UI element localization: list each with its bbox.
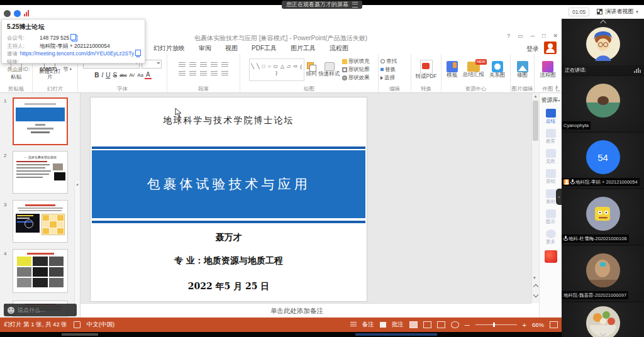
participant-tile[interactable]: 地科-杜雪梅-202021000106 — [562, 189, 644, 245]
zoom-slider[interactable] — [475, 324, 517, 325]
shadow-button[interactable]: abc — [118, 73, 128, 77]
chat-input-pill[interactable]: 说点什么... — [4, 304, 77, 316]
new-badge: NEW — [475, 59, 487, 65]
columns-icon[interactable] — [221, 71, 228, 77]
align-left-icon[interactable] — [179, 71, 186, 77]
participant-tile[interactable]: 54 地科院-李娟 + 202121000054 — [562, 133, 644, 188]
bullets-icon[interactable] — [179, 62, 186, 68]
emoji-icon[interactable] — [8, 307, 14, 314]
slideshow-view-icon[interactable] — [451, 321, 459, 328]
login-button[interactable]: 登录 — [526, 45, 539, 53]
gift-icon[interactable] — [545, 250, 557, 263]
tab-review[interactable]: 审阅 — [199, 44, 211, 54]
prev-slide-icon[interactable] — [533, 284, 538, 289]
resource-panel-header[interactable]: 资源库▾ — [540, 96, 562, 104]
view-mode-caret-icon[interactable]: ▾ — [636, 9, 638, 14]
resource-item-diagram[interactable]: 图示 — [540, 209, 562, 225]
group-label: 剪贴板 — [0, 85, 32, 92]
zoom-level[interactable]: 66% — [532, 321, 544, 328]
resource-item-summary[interactable]: 总结 — [540, 109, 562, 124]
slide-thumbnail-2[interactable]: 一 流体包裹体理论基础 — [13, 151, 68, 194]
network-signal-icon[interactable] — [24, 10, 30, 16]
maximize-icon[interactable]: □ — [542, 33, 545, 39]
invite-link-value[interactable]: https://meeting.tencent.com/dm/YEU0EyLz2… — [20, 50, 134, 65]
slide-thumbnail-1[interactable] — [13, 97, 68, 145]
align-center-icon[interactable] — [189, 71, 196, 77]
resource-item-more[interactable]: 更多 — [540, 229, 562, 245]
participant-tile[interactable]: Cyanophyta — [562, 76, 644, 131]
current-slide[interactable]: 地球科学与技术学院博士论坛 包裹体试验技术与应用 聂万才 专 业：地质资源与地质… — [90, 97, 367, 302]
comments-toggle-icon[interactable] — [380, 322, 386, 328]
screen-root: 您正在观看聂万才的屏幕 包裹体实验技术与应用 [兼容模式] - PowerPoi… — [0, 0, 644, 337]
quick-styles-button[interactable]: 快速样式 — [319, 62, 340, 77]
to-pdf-button[interactable]: 转成PDF — [416, 60, 437, 79]
summary-report-button[interactable]: NEW 总结汇报 — [463, 62, 484, 77]
char-spacing-button[interactable]: AV — [128, 73, 136, 77]
zoom-slider-thumb[interactable] — [493, 323, 495, 327]
select-button[interactable]: 选择 — [380, 74, 395, 81]
justify-icon[interactable] — [211, 71, 218, 77]
participant-tile[interactable]: 正在讲话: — [562, 19, 644, 75]
ribbon-options-icon[interactable]: ▭ — [518, 33, 523, 39]
resource-item-marketing[interactable]: 营销 — [540, 169, 562, 185]
align-right-icon[interactable] — [200, 71, 207, 77]
slide-thumbnail-4[interactable] — [13, 249, 68, 293]
account-avatar[interactable] — [544, 41, 557, 54]
shape-fill-button[interactable]: 形状填充 — [342, 58, 370, 65]
shield-icon[interactable] — [14, 10, 21, 17]
numbering-icon[interactable] — [189, 62, 196, 68]
zoom-out-icon[interactable]: ─ — [465, 321, 470, 329]
help-icon[interactable]: ? — [507, 33, 510, 39]
language-label[interactable]: 中文(中国) — [87, 321, 114, 329]
comments-toggle[interactable]: 批注 — [392, 321, 404, 329]
sorter-view-icon[interactable] — [423, 321, 431, 328]
notes-toggle[interactable]: 备注 — [362, 321, 374, 329]
indent-increase-icon[interactable] — [211, 62, 218, 68]
thumb-number: 1 — [4, 98, 6, 104]
zoom-in-icon[interactable]: + — [523, 321, 526, 329]
tab-flowchart[interactable]: 流程图 — [330, 44, 348, 54]
next-slide-icon[interactable] — [533, 292, 538, 297]
copy-icon[interactable] — [136, 51, 140, 57]
banner-menu-icon[interactable] — [352, 2, 358, 8]
retouch-button[interactable]: 修图 — [517, 61, 528, 78]
view-mode-button[interactable]: 演讲者视图 — [605, 8, 633, 16]
tab-picture-tools[interactable]: 图片工具 — [291, 44, 316, 54]
copy-icon[interactable] — [72, 35, 77, 41]
normal-view-icon[interactable] — [409, 321, 418, 328]
shape-outline-button[interactable]: 形状轮廓 — [342, 66, 370, 73]
minimize-icon[interactable]: ─ — [531, 33, 535, 39]
template-button[interactable]: 模板 — [447, 61, 458, 78]
close-icon[interactable]: ✕ — [553, 33, 558, 39]
notes-pane[interactable]: 单击此处添加备注 — [80, 303, 531, 318]
meeting-info-icon[interactable] — [4, 10, 11, 17]
flowchart-button[interactable]: 流程图 — [540, 61, 556, 78]
participant-tile[interactable] — [562, 302, 644, 337]
slide-thumbnail-3[interactable] — [13, 200, 68, 243]
indent-decrease-icon[interactable] — [200, 62, 207, 68]
tab-view[interactable]: 视图 — [225, 44, 238, 54]
tab-slideshow[interactable]: 幻灯片放映 — [153, 44, 185, 54]
reading-view-icon[interactable] — [437, 321, 445, 328]
participant-tile[interactable]: 地科院-魏善蓉-202021000097 — [562, 246, 644, 301]
line-spacing-icon[interactable] — [221, 62, 228, 68]
paste-button[interactable]: 粘贴 — [11, 74, 21, 81]
group-label: 段落 — [167, 85, 240, 92]
shape-gallery[interactable]: ╲╲ □○ ▭△ ▱⇨ {} — [249, 58, 304, 81]
resource-item-party[interactable]: 党政 — [540, 149, 562, 165]
scroll-up-icon[interactable] — [600, 20, 606, 26]
resource-item-education[interactable]: 教育 — [540, 129, 562, 145]
replace-button[interactable]: 替换 — [380, 66, 396, 73]
collapse-ribbon-icon[interactable]: ∧ — [555, 84, 558, 90]
relation-chart-button[interactable]: 关系图 — [489, 61, 506, 78]
canvas-scrollbar[interactable]: ▴ ▾ — [531, 93, 539, 303]
fit-window-icon[interactable] — [550, 321, 558, 328]
arrange-button[interactable]: 排列 — [306, 62, 317, 77]
find-button[interactable]: 查找 — [380, 58, 397, 65]
tab-pdf-tools[interactable]: PDF工具 — [252, 44, 277, 54]
scrollbar-thumb[interactable] — [533, 101, 538, 141]
shape-effects-button[interactable]: 形状效果 — [342, 74, 370, 81]
watching-banner[interactable]: 您正在观看聂万才的屏幕 — [282, 1, 362, 9]
notes-toggle-icon[interactable] — [350, 322, 357, 328]
font-color-button[interactable]: A — [145, 71, 152, 79]
